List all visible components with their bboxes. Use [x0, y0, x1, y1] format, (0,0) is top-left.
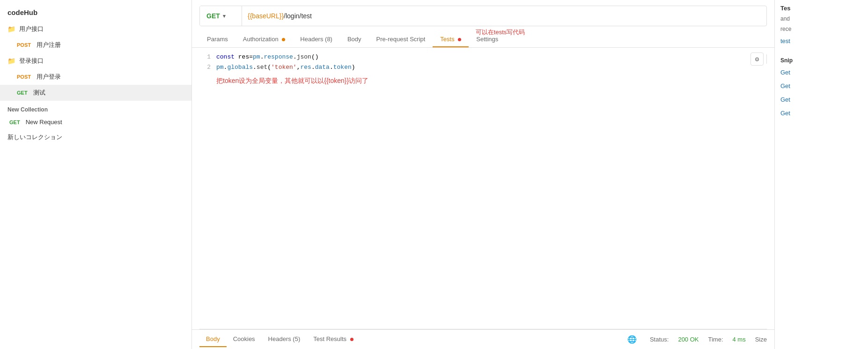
url-input[interactable]: {{baseURL}}/login/test	[242, 12, 766, 20]
status-label: Status:	[650, 336, 669, 343]
json-fn: json	[297, 53, 311, 60]
response-object: response	[264, 53, 293, 60]
sidebar-item-label: 用户登录	[37, 73, 61, 81]
method-post-badge: POST	[15, 74, 33, 80]
keyword-const: const	[216, 53, 238, 60]
tab-params[interactable]: Params	[199, 32, 235, 47]
tests-dot	[458, 38, 461, 41]
sidebar: codeHub 📁 用户接口 POST 用户注册 📁 登录接口 POST 用户登…	[0, 0, 192, 349]
snippet-link-test[interactable]: test	[775, 34, 868, 48]
request-tabs: Params Authorization Headers (8) Body Pr…	[192, 32, 774, 48]
tab-settings[interactable]: Settings	[469, 32, 506, 47]
new-collection-label: New Collection	[0, 101, 191, 115]
code-line-2: 2 pm.globals.set('token',res.data.token)	[199, 64, 767, 74]
sidebar-item-label: 用户注册	[37, 41, 61, 49]
sidebar-item-login-folder[interactable]: 📁 登录接口	[0, 53, 191, 69]
bottom-tab-cookies[interactable]: Cookies	[227, 332, 262, 347]
authorization-dot	[282, 38, 285, 41]
time-value: 4 ms	[733, 336, 746, 343]
bottom-tab-test-results[interactable]: Test Results	[307, 332, 360, 347]
globe-icon: 🌐	[627, 335, 637, 344]
sidebar-item-register[interactable]: POST 用户注册	[0, 37, 191, 53]
editor-toolbar: ⚙	[750, 52, 767, 66]
sidebar-item-user-api[interactable]: 📁 用户接口	[0, 21, 191, 37]
snippet-get-2[interactable]: Get	[775, 79, 868, 93]
snippet-desc-rece: rece	[775, 24, 868, 34]
line-number-1: 1	[199, 53, 216, 60]
test-results-label: Test Results	[313, 335, 346, 342]
japanese-collection-label: 新しいコレクション	[7, 133, 62, 141]
method-label: GET	[206, 12, 220, 20]
tab-headers[interactable]: Headers (8)	[293, 32, 340, 47]
snippet-desc-and: and	[775, 14, 868, 24]
sidebar-item-label: 测试	[33, 89, 45, 97]
status-area: 🌐 Status: 200 OK Time: 4 ms Size	[627, 335, 767, 344]
pm-object: pm	[253, 53, 260, 60]
snippet-get-1[interactable]: Get	[775, 66, 868, 79]
code-note: 把token设为全局变量，其他就可以以{{token}}访问了	[199, 74, 767, 85]
sidebar-item-new-request[interactable]: GET New Request	[0, 115, 191, 129]
line-content-1: const res=pm.response.json()	[216, 53, 767, 60]
status-value: 200 OK	[678, 336, 699, 343]
sidebar-item-label: 用户接口	[19, 25, 44, 33]
url-bar: GET ▾ {{baseURL}}/login/test	[199, 6, 767, 26]
snippet-get-4[interactable]: Get	[775, 106, 868, 120]
bottom-tab-body[interactable]: Body	[199, 332, 227, 347]
method-get-badge: GET	[15, 89, 29, 96]
tab-authorization-label: Authorization	[243, 36, 279, 43]
url-base: {{baseURL}}	[248, 12, 284, 20]
toolbar-divider	[766, 54, 767, 64]
folder-icon: 📁	[7, 57, 15, 65]
bottom-tab-headers[interactable]: Headers (5)	[262, 332, 307, 347]
tab-tests[interactable]: Tests 可以在tests写代码	[433, 32, 469, 47]
code-editor[interactable]: 1 const res=pm.response.json() 2 pm.glob…	[199, 48, 767, 329]
magic-wand-icon[interactable]: ⚙	[750, 52, 764, 66]
sidebar-item-japanese[interactable]: 新しいコレクション	[0, 129, 191, 145]
main-content: GET ▾ {{baseURL}}/login/test Params Auth…	[192, 0, 774, 349]
snippet-panel: Tes and rece test Snip Get Get Get Get	[774, 0, 868, 349]
method-get-badge: GET	[7, 119, 22, 126]
chevron-down-icon: ▾	[223, 13, 226, 19]
new-request-label: New Request	[26, 119, 62, 126]
tab-tests-label: Tests	[440, 36, 454, 43]
snippet-title: Tes	[775, 0, 868, 14]
folder-icon: 📁	[7, 25, 15, 33]
sidebar-item-login[interactable]: POST 用户登录	[0, 69, 191, 85]
pm-globals: pm	[216, 64, 224, 71]
tab-authorization[interactable]: Authorization	[235, 32, 293, 47]
url-path: /login/test	[284, 12, 312, 20]
method-select[interactable]: GET ▾	[200, 6, 242, 26]
snippet-section-label: Snip	[775, 55, 868, 66]
snippet-get-3[interactable]: Get	[775, 93, 868, 106]
method-post-badge: POST	[15, 42, 33, 48]
time-label: Time:	[708, 336, 723, 343]
tab-body[interactable]: Body	[340, 32, 369, 47]
test-results-dot	[350, 338, 353, 341]
app-title: codeHub	[0, 0, 191, 21]
sidebar-item-label: 登录接口	[19, 57, 44, 65]
sidebar-item-test[interactable]: GET 测试	[0, 85, 191, 101]
tab-pre-request[interactable]: Pre-request Script	[369, 32, 433, 47]
line-number-2: 2	[199, 64, 216, 71]
size-label: Size	[755, 336, 767, 343]
bottom-bar: Body Cookies Headers (5) Test Results 🌐 …	[192, 329, 774, 349]
line-content-2: pm.globals.set('token',res.data.token)	[216, 64, 767, 71]
code-line-1: 1 const res=pm.response.json()	[199, 53, 767, 64]
